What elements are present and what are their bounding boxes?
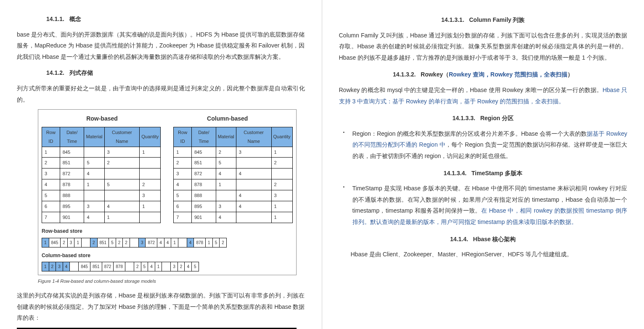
heading-link: Rowkey 查询，Rowkey 范围扫描，全表扫描: [449, 71, 567, 78]
heading-14-1-3-4: 14.1.3.4. TimeStamp 多版本: [339, 168, 628, 179]
heading-num: 14.1.3.3.: [452, 115, 475, 121]
heading-num: 14.1.1.: [46, 16, 64, 22]
list-item: TimeStamp 是实现 Hbase 多版本的关键。在 Hbase 中使用不同…: [343, 183, 628, 227]
page-right: 14.1.3.1. Column Family 列族 Column Family…: [322, 0, 644, 329]
th: Quantity: [271, 127, 292, 147]
heading-text: Hbase 核心架构: [473, 236, 516, 242]
heading-text: TimeStamp 多版本: [472, 170, 522, 176]
figure-caption: Figure 1-4 Row-based and column-based st…: [38, 277, 305, 286]
heading-num: 14.1.3.1.: [441, 16, 464, 23]
th: Material: [216, 127, 236, 147]
heading-num: 14.1.3.4.: [444, 170, 467, 176]
heading-14-1-1: 14.1.1. 概念: [46, 13, 305, 25]
heading-num: 14.1.2.: [46, 69, 64, 76]
heading-text-post: ）: [567, 71, 573, 78]
row-store-strip: 1845231 2851522 3872441 4878152: [42, 238, 293, 247]
th: Date/ Time: [60, 127, 84, 147]
para-rowkey: Rowkey 的概念和 mysql 中的主键是完全一样的，Hbase 使用 Ro…: [339, 84, 628, 107]
para-concept: base 是分布式、面向列的开源数据库（其实准确的说是面向列族）。HDFS 为 …: [17, 29, 305, 63]
th: Date/ Time: [191, 127, 216, 147]
row-store-label: Row-based store: [42, 226, 293, 236]
heading-14-1-3-1: 14.1.3.1. Column Family 列族: [339, 14, 628, 26]
page-left: 14.1.1. 概念 base 是分布式、面向列的开源数据库（其实准确的说是面向…: [0, 0, 322, 329]
heading-14-1-3-2: 14.1.3.2. Rowkey（Rowkey 查询，Rowkey 范围扫描，全…: [339, 69, 628, 80]
para-architecture: Hbase 是由 Client、Zookeeper、Master、HRegion…: [339, 249, 628, 260]
th: Material: [84, 127, 104, 147]
fig-title-col: Column-based: [207, 113, 248, 124]
th: Row ID: [174, 127, 192, 147]
col-store-label: Column-based store: [42, 251, 293, 261]
heading-text: Column Family 列族: [469, 16, 525, 23]
heading-14-1-4: 14.1.4. Hbase 核心架构: [339, 234, 628, 245]
fig-title-row: Row-based: [86, 113, 118, 124]
th: Row ID: [42, 127, 60, 147]
figure-storage-models: Row-based Column-based Row ID Date/ Time…: [38, 109, 297, 275]
region-list: Region：Region 的概念和关系型数据库的分区或者分片差不多。Hbase…: [339, 128, 628, 162]
row-based-table: Row ID Date/ Time Material Customer Name…: [42, 127, 161, 223]
th: Customer Name: [104, 127, 140, 147]
heading-text: 列式存储: [69, 69, 93, 76]
timestamp-list: TimeStamp 是实现 Hbase 多版本的关键。在 Hbase 中使用不同…: [339, 183, 628, 227]
para-column-store: 列方式所带来的重要好处之一就是，由于查询中的选择规则是通过列来定义的，因此整个数…: [17, 83, 305, 105]
list-item: Region：Region 的概念和关系型数据库的分区或者分片差不多。Hbase…: [343, 128, 628, 162]
heading-14-1-2: 14.1.2. 列式存储: [46, 67, 305, 79]
para-column-family-intro: 这里的列式存储其实说的是列族存储，Hbase 是根据列族来存储数据的。列族下面可…: [17, 290, 305, 324]
heading-text-pre: Rowkey（: [421, 71, 449, 78]
th: Customer Name: [236, 127, 271, 147]
heading-14-1-3-3: 14.1.3.3. Region 分区: [339, 113, 628, 124]
heading-num: 14.1.3.2.: [393, 71, 416, 78]
heading-text: 概念: [69, 16, 81, 22]
column-based-table: Row ID Date/ Time Material Customer Name…: [173, 127, 292, 223]
col-store-strip: 1234 845851872878 2541 3245: [42, 262, 293, 271]
para-column-family: Column Family 又叫列族，Hbase 通过列族划分数据的存储，列族下…: [339, 30, 628, 63]
heading-num: 14.1.4.: [450, 236, 468, 242]
heading-text: Region 分区: [480, 115, 514, 121]
th: Quantity: [140, 127, 161, 147]
